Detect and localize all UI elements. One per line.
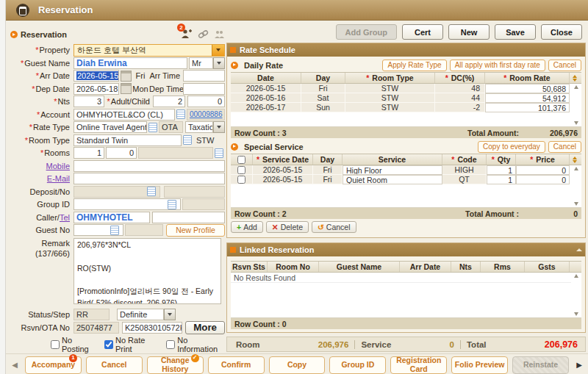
- calendar-icon[interactable]: [121, 71, 132, 82]
- mobile-link-label[interactable]: Mobile: [46, 162, 70, 170]
- table-row[interactable]: 2026-05-16 Sat STW 44 54,912: [231, 93, 571, 103]
- cert-button[interactable]: Cert: [402, 24, 443, 40]
- new-profile-button[interactable]: New Profile: [166, 224, 225, 237]
- registration-card-button[interactable]: Registration Card: [390, 356, 447, 374]
- col-rms[interactable]: Rms: [481, 262, 525, 272]
- cell-room-rate[interactable]: 50,688: [485, 84, 570, 93]
- rooms-input-2[interactable]: 0: [106, 147, 137, 159]
- taxation-select[interactable]: Taxation: [185, 121, 213, 133]
- guest-name-input[interactable]: Diah Erwina: [74, 57, 187, 69]
- new-button[interactable]: New: [448, 24, 490, 40]
- dep-date-input[interactable]: 2026-05-18: [74, 83, 119, 95]
- table-row[interactable]: 2026-05-15 Fri Quiet Room QT 1 0: [231, 175, 571, 184]
- col-code[interactable]: * Code: [442, 154, 487, 165]
- col-qty[interactable]: * Qty: [487, 154, 516, 165]
- collapse-icon[interactable]: [576, 248, 582, 251]
- row-checkbox-input[interactable]: [237, 176, 245, 184]
- col-gsts[interactable]: Gsts: [525, 262, 570, 272]
- cancel-row-button[interactable]: ↺Cancel: [312, 221, 356, 233]
- ota-no-input[interactable]: K25083010572H01-1: [122, 322, 182, 334]
- caller-input[interactable]: OHMYHOTEL: [74, 212, 150, 223]
- guest-no-lookup-icon[interactable]: [110, 226, 119, 235]
- sort-icon[interactable]: [570, 154, 580, 165]
- email-link-label[interactable]: E-Mail: [47, 174, 70, 183]
- property-select[interactable]: 하운드 호텔 부산역: [74, 44, 225, 57]
- group-id-lookup-icon[interactable]: [168, 200, 176, 209]
- tel-input[interactable]: [152, 212, 225, 223]
- col-day[interactable]: Day: [301, 73, 345, 83]
- row-checkbox-input[interactable]: [237, 166, 245, 174]
- select-all-checkbox[interactable]: [231, 154, 253, 165]
- arr-date-input[interactable]: 2026-05-15: [74, 70, 119, 82]
- chevron-down-icon[interactable]: [164, 309, 176, 320]
- accompany-button[interactable]: Accompany1: [25, 356, 82, 374]
- adult-input[interactable]: 2: [153, 96, 185, 107]
- nts-input[interactable]: 3: [74, 96, 104, 107]
- step-select[interactable]: Definite: [117, 309, 164, 320]
- col-guest-name[interactable]: Guest Name: [319, 262, 400, 272]
- child-input[interactable]: 0: [187, 96, 225, 107]
- no-information-checkbox-input[interactable]: [166, 340, 175, 349]
- group-people-icon[interactable]: [214, 29, 225, 40]
- table-row[interactable]: 2026-05-17 Sun STW -2 101,376: [231, 103, 571, 112]
- apply-rate-type-button[interactable]: Apply Rate Type: [382, 60, 446, 71]
- sort-icon[interactable]: [570, 73, 580, 83]
- daily-rate-cancel-button[interactable]: Cancel: [548, 60, 581, 71]
- mobile-input[interactable]: [74, 160, 225, 172]
- table-row[interactable]: 2026-05-15 Fri STW 48 50,688: [231, 84, 571, 93]
- special-cancel-button[interactable]: Cancel: [548, 141, 581, 153]
- scrollbar[interactable]: [571, 165, 581, 207]
- chevron-down-icon[interactable]: [213, 121, 225, 133]
- close-button[interactable]: Close: [541, 24, 582, 40]
- cell-price[interactable]: 0: [516, 175, 570, 184]
- dep-time-input[interactable]: [183, 83, 225, 95]
- cell-qty[interactable]: 1: [487, 165, 516, 175]
- copy-button[interactable]: Copy: [269, 356, 326, 374]
- rooms-lookup-icon[interactable]: [215, 148, 223, 158]
- link-icon[interactable]: [198, 29, 209, 40]
- col-arr-date[interactable]: Arr Date: [400, 262, 451, 272]
- change-history-button[interactable]: Change History✓: [147, 356, 204, 374]
- cell-price[interactable]: 0: [516, 165, 570, 175]
- guest-no-input[interactable]: [74, 224, 123, 236]
- rate-type-lookup-icon[interactable]: [148, 123, 157, 132]
- copy-to-everyday-button[interactable]: Copy to everyday: [478, 141, 545, 153]
- email-input[interactable]: [74, 173, 225, 184]
- col-price[interactable]: * Price: [516, 154, 570, 165]
- all-apply-first-day-button[interactable]: All apply with first day rate: [450, 60, 545, 71]
- chevron-down-icon[interactable]: [213, 57, 225, 69]
- scroll-left-icon[interactable]: ◀: [9, 357, 21, 373]
- remark-textarea[interactable]: 206,976*3N*CL RO(STW) [PromotionInfo]얼리버…: [74, 238, 221, 304]
- account-input[interactable]: OHMYHOTEL&CO (CL): [74, 109, 175, 121]
- cell-room-rate[interactable]: 54,912: [485, 93, 570, 103]
- folio-preview-button[interactable]: Folio Preview: [451, 356, 508, 374]
- guest-title-input[interactable]: Mr: [189, 57, 213, 69]
- no-information-checkbox[interactable]: No Information: [166, 336, 225, 353]
- confirm-button[interactable]: Confirm: [208, 356, 265, 374]
- more-button[interactable]: More: [185, 321, 225, 334]
- scrollbar[interactable]: [571, 273, 581, 317]
- no-posting-checkbox[interactable]: No Posting: [51, 336, 97, 353]
- scroll-right-icon[interactable]: ▶: [573, 357, 585, 373]
- col-room-rate[interactable]: * Room Rate: [485, 73, 570, 83]
- deposit-lookup-icon[interactable]: [147, 187, 156, 196]
- no-rate-print-checkbox[interactable]: No Rate Print: [104, 336, 159, 353]
- add-row-button[interactable]: +Add: [231, 221, 263, 233]
- chevron-down-icon[interactable]: [212, 45, 224, 56]
- account-lookup-icon[interactable]: [176, 109, 185, 119]
- row-checkbox[interactable]: [231, 175, 253, 184]
- col-date[interactable]: Date: [231, 73, 301, 83]
- table-row[interactable]: 2026-05-15 Fri High Floor HIGH 1 0: [231, 165, 571, 175]
- account-no-link[interactable]: 00009886: [190, 110, 223, 118]
- col-day[interactable]: Day: [313, 154, 343, 165]
- rooms-input[interactable]: 1: [74, 147, 104, 159]
- cell-room-rate[interactable]: 101,376: [485, 103, 570, 112]
- save-button[interactable]: Save: [495, 24, 536, 40]
- row-checkbox[interactable]: [231, 165, 253, 175]
- col-service-date[interactable]: * Service Date: [253, 154, 313, 165]
- tel-link-label[interactable]: Tel: [60, 213, 70, 222]
- select-all-checkbox-input[interactable]: [237, 156, 245, 164]
- cell-service[interactable]: High Floor: [343, 165, 442, 175]
- arr-time-input[interactable]: [183, 70, 225, 82]
- cancel-button[interactable]: Cancel: [86, 356, 143, 374]
